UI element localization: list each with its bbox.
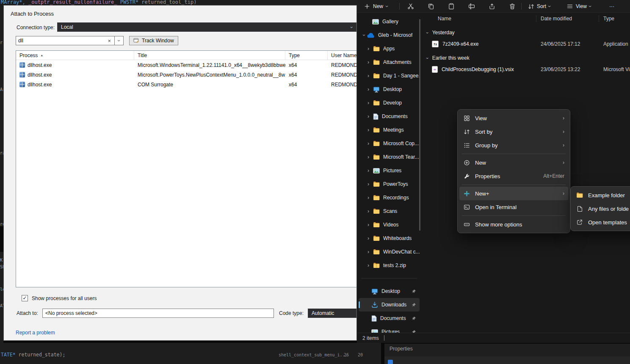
chevron-right-icon[interactable]: › [366,195,370,200]
connection-type-select[interactable]: Local › [57,22,356,32]
chevron-right-icon[interactable]: › [366,114,370,119]
report-problem-link[interactable]: Report a problem [16,330,55,336]
nav-item-whiteboards[interactable]: › Whiteboards [359,232,420,245]
column-header-user[interactable]: User Name [328,51,357,60]
show-all-users-checkbox[interactable]: ✓ [22,295,28,301]
chevron-right-icon[interactable]: › [366,236,370,241]
share-icon [489,3,495,10]
menu-label: New [475,160,486,166]
nav-item-powertoys[interactable]: › PowerToys [359,177,420,191]
sort-button[interactable]: Sort › [525,1,554,11]
nav-item-documents[interactable]: › Documents [359,110,420,123]
column-header-date-modified[interactable]: Date modified [536,16,599,22]
nav-item-pictures[interactable]: › Pictures [359,164,420,177]
chevron-right-icon[interactable]: › [366,127,370,132]
nav-item-pinned-downloads[interactable]: Downloads [359,298,420,312]
chevron-right-icon[interactable]: › [366,154,370,160]
filter-dropdown-button[interactable]: › [115,36,124,45]
column-divider[interactable] [599,15,599,22]
submenu-item-example-folder[interactable]: Example folder [572,188,630,202]
file-row[interactable]: ∞ ChildProcessDebugging (1).vsix 23/06/2… [423,63,630,75]
nav-item-apps[interactable]: › Apps [359,42,420,55]
submenu-item-any-files[interactable]: Any files or folde [572,202,630,215]
context-menu-item-view[interactable]: View › [459,111,568,125]
nav-item-desktop[interactable]: › Desktop [359,83,420,96]
paste-button[interactable] [444,1,459,11]
nav-item-windevchat[interactable]: › WinDevChat c... [359,245,420,259]
nav-item-recordings[interactable]: › Recordings [359,191,420,204]
document-icon [373,113,379,120]
code-fragment: K [0,258,3,262]
column-header-title[interactable]: Title [134,51,285,60]
group-header-yesterday[interactable]: › Yesterday [423,27,630,38]
share-button[interactable] [485,1,499,11]
code-type-select[interactable]: Automatic [308,309,356,318]
attach-to-field[interactable]: <No process selected> [42,309,274,318]
monitor-icon [371,288,378,295]
chevron-right-icon[interactable]: › [366,73,370,78]
chevron-right-icon[interactable]: › [366,168,370,173]
nav-label: Apps [383,46,395,52]
file-row[interactable]: 7z 7z2409-x64.exe 24/06/2025 17:12 Appli… [423,38,630,50]
nav-item-pinned-pictures[interactable]: Pictures [359,325,420,333]
nav-item-microsoft-copilot[interactable]: › Microsoft Cop... [359,137,420,150]
chevron-right-icon[interactable]: › [366,87,370,92]
nav-scrollbar[interactable] [419,19,420,231]
chevron-right-icon[interactable]: › [366,222,370,227]
context-menu-item-new[interactable]: New › [459,156,568,169]
chevron-right-icon[interactable]: › [366,182,370,187]
nav-label: Microsoft Tear... [383,154,419,160]
nav-item-gallery[interactable]: Gallery [359,15,420,28]
nav-item-tests-zip[interactable]: › tests 2.zip [359,259,420,272]
nav-item-scans[interactable]: › Scans [359,204,420,218]
nav-item-microsoft-teams[interactable]: › Microsoft Tear... [359,150,420,164]
nav-item-attachments[interactable]: › Attachments [359,55,420,69]
process-filter-input[interactable]: dll × [16,36,115,45]
context-menu-item-open-in-terminal[interactable]: Open in Terminal [459,200,568,214]
chevron-right-icon[interactable]: › [366,60,370,65]
column-header-name[interactable]: Name [423,16,536,22]
more-options-button[interactable]: ··· [605,1,619,11]
nav-item-videos[interactable]: › Videos [359,218,420,232]
context-menu-item-newplus[interactable]: New+ › [459,187,568,200]
chevron-right-icon[interactable]: › [366,141,370,146]
context-menu-item-show-more-options[interactable]: Show more options [459,218,568,231]
chevron-right-icon[interactable]: › [366,249,370,254]
column-header-process[interactable]: Process ▲ [16,51,134,60]
chevron-right-icon[interactable]: › [366,209,370,214]
nav-item-meetings[interactable]: › Meetings [359,123,420,137]
new-button[interactable]: New › [361,1,391,11]
process-row[interactable]: dllhost.exe COM Surrogate x64 REDMOND [16,80,357,89]
submenu-item-open-templates[interactable]: Open templates [572,215,630,229]
context-menu-item-group-by[interactable]: Group by › [459,138,568,152]
copy-button[interactable] [424,1,438,11]
nav-item-pinned-desktop[interactable]: Desktop [359,284,420,298]
rename-button[interactable] [464,1,479,11]
column-header-type[interactable]: Type [599,16,630,22]
nav-item-day1[interactable]: › Day 1 - Sangee... [359,69,420,83]
clear-filter-icon[interactable]: × [106,38,112,44]
cut-button[interactable] [403,1,418,11]
track-window-button[interactable]: Track Window [129,36,178,45]
column-header-type[interactable]: Type [285,51,328,60]
chevron-down-icon[interactable]: › [362,33,366,38]
group-header-earlier-this-week[interactable]: › Earlier this week [423,52,630,63]
nav-item-onedrive[interactable]: › Gleb - Microsof [359,28,420,42]
context-menu-item-properties[interactable]: Properties Alt+Enter [459,169,568,183]
chevron-right-icon[interactable]: › [366,263,370,268]
chevron-right-icon[interactable]: › [366,100,370,105]
column-divider[interactable] [536,15,536,22]
process-row[interactable]: dllhost.exe Microsoft.WindowsTerminal_1.… [16,60,357,70]
panel-row [384,356,630,364]
dllhost-icon [19,82,25,87]
properties-panel-fragment: Properties [384,344,630,364]
chevron-right-icon[interactable]: › [366,46,370,51]
delete-button[interactable] [505,1,519,11]
process-row[interactable]: dllhost.exe Microsoft.PowerToys.NewPlusC… [16,70,357,80]
context-menu-item-sort-by[interactable]: Sort by › [459,125,568,138]
nav-item-pinned-documents[interactable]: Documents [359,312,420,325]
nav-item-develop[interactable]: › Develop [359,96,420,110]
sort-icon [463,128,470,135]
view-button[interactable]: View › [563,1,594,11]
code-type-label: Code type: [279,310,304,316]
